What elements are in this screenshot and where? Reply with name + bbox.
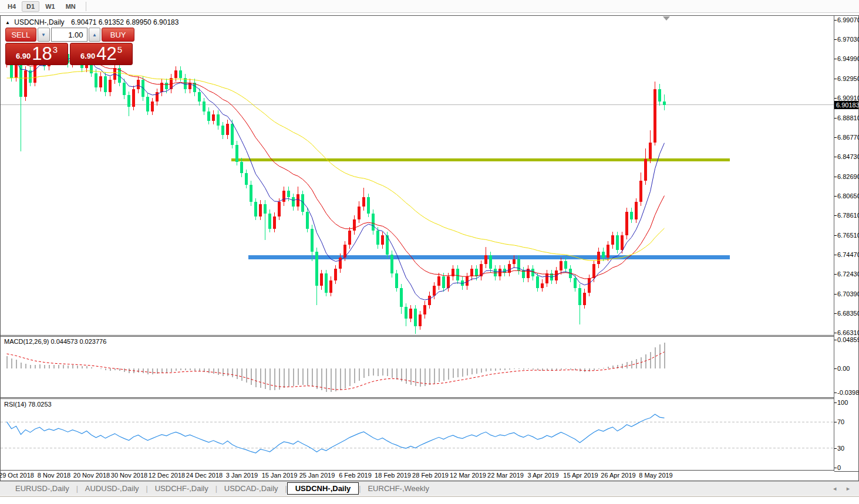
volume-increase-button[interactable]: ▲	[89, 28, 101, 42]
tab-scroll-right-icon[interactable]: ►	[845, 486, 851, 492]
price-axis-label: 6.68350	[837, 310, 859, 317]
price-axis-label: 6.72430	[837, 270, 859, 278]
tab-scroll-left-icon[interactable]: ◄	[832, 486, 837, 492]
timeframe-button-w1[interactable]: W1	[41, 1, 60, 12]
date-axis-label: 15 Jan 2019	[262, 472, 298, 479]
price-axis-label: 0.00	[837, 365, 850, 372]
axis-tick-mark	[834, 340, 837, 340]
chart-window[interactable]: ▲ USDCNH-,Daily 6.90471 6.91352 6.89950 …	[0, 15, 859, 481]
price-axis-label: 6.86770	[837, 134, 859, 141]
chart-title: ▲ USDCNH-,Daily 6.90471 6.91352 6.89950 …	[5, 18, 178, 26]
axis-tick-mark	[834, 393, 837, 393]
date-axis[interactable]: 29 Oct 20188 Nov 201820 Nov 201830 Nov 2…	[1, 471, 834, 481]
price-axis-label: 6.88810	[837, 114, 859, 121]
toolbar-separator	[86, 2, 86, 11]
timeframe-buttons: H4D1W1MN	[2, 1, 81, 12]
axis-tick-mark	[834, 196, 837, 197]
timeframe-button-h4[interactable]: H4	[3, 1, 21, 12]
tab-eurusd[interactable]: EURUSD-,Daily	[8, 483, 76, 494]
macd-indicator-pane[interactable]	[1, 337, 834, 397]
price-axis-label: 6.74470	[837, 251, 859, 258]
date-axis-label: 25 Jan 2019	[299, 472, 335, 479]
axis-tick-mark	[834, 137, 837, 138]
axis-tick-mark	[834, 422, 837, 422]
axis-tick-mark	[834, 235, 837, 236]
axis-tick-mark	[834, 313, 837, 314]
axis-tick-mark	[834, 20, 837, 21]
rsi-label: RSI(14) 78.0253	[4, 401, 52, 408]
macd-label: MACD(12,26,9) 0.044573 0.023776	[4, 338, 106, 345]
date-axis-label: 24 Dec 2018	[186, 472, 223, 479]
axis-tick-mark	[834, 294, 837, 295]
date-axis-label: 30 Nov 2018	[111, 472, 147, 479]
sell-price-pip-digit: 3	[53, 45, 58, 55]
buy-price-prefix: 6.90	[80, 52, 95, 60]
volume-decrease-button[interactable]: ▼	[38, 28, 50, 42]
price-axis-label: 6.76510	[837, 232, 859, 239]
price-axis-label: 6.94990	[837, 55, 859, 62]
sell-price-display[interactable]: 6.90 18 3	[5, 43, 68, 65]
collapse-chart-icon[interactable]: ▲	[5, 20, 10, 25]
price-axis-label: 0	[837, 464, 841, 471]
chart-tab-bar: EURUSD-,Daily|AUDUSD-,Daily|USDCHF-,Dail…	[0, 481, 859, 495]
price-axis-label: 6.99070	[837, 16, 859, 23]
date-axis-label: 18 Feb 2019	[375, 472, 411, 479]
axis-tick-mark	[834, 255, 837, 255]
axis-tick-mark	[834, 368, 837, 369]
axis-tick-mark	[834, 215, 837, 216]
buy-price-display[interactable]: 6.90 42 5	[70, 43, 133, 65]
axis-tick-mark	[834, 157, 837, 157]
chart-symbol-label: USDCNH-,Daily	[14, 18, 64, 26]
tab-usdcad[interactable]: USDCAD-,Daily	[217, 483, 285, 494]
buy-button[interactable]: BUY	[102, 28, 134, 42]
price-axis-label: 0.048594	[837, 336, 859, 343]
chart-tabs: EURUSD-,Daily|AUDUSD-,Daily|USDCHF-,Dail…	[8, 482, 436, 495]
buy-price-big-digits: 42	[96, 45, 116, 63]
date-axis-label: 28 Feb 2019	[412, 472, 449, 479]
price-axis-label: -0.039856	[837, 389, 859, 396]
axis-tick-mark	[834, 468, 837, 468]
rsi-indicator-pane[interactable]	[1, 399, 834, 470]
tab-audusd[interactable]: AUDUSD-,Daily	[78, 483, 146, 494]
tab-scroll-arrows: ◄ ►	[832, 486, 851, 492]
price-axis-label: 6.66310	[837, 329, 859, 336]
date-axis-label: 8 May 2019	[639, 472, 672, 479]
buy-price-pip-digit: 5	[117, 45, 122, 55]
ma-slow-line	[7, 71, 665, 261]
volume-input[interactable]	[51, 28, 87, 42]
chart-shift-marker-icon[interactable]	[663, 16, 670, 21]
price-axis-label: 6.82690	[837, 173, 859, 180]
axis-tick-mark	[834, 448, 837, 449]
axis-tick-mark	[834, 177, 837, 177]
timeframe-toolbar: H4D1W1MN	[0, 0, 859, 13]
price-axis-label: 6.92950	[837, 75, 859, 82]
one-click-trade-panel: SELL ▼ ▲ BUY 6.90 18 3 6.90 42 5	[5, 28, 134, 65]
level-line-resistance-olive	[231, 158, 730, 161]
date-axis-label: 3 Jan 2019	[226, 472, 258, 479]
axis-tick-mark	[834, 402, 837, 403]
date-axis-label: 6 Feb 2019	[339, 472, 372, 479]
sell-price-big-digits: 18	[32, 45, 52, 63]
date-axis-label: 3 Apr 2019	[527, 472, 558, 479]
timeframe-button-d1[interactable]: D1	[22, 1, 39, 12]
axis-tick-mark	[834, 98, 837, 99]
axis-tick-mark	[834, 333, 837, 333]
date-axis-label: 26 Apr 2019	[601, 472, 635, 479]
price-axis-label: 100	[837, 399, 848, 406]
tab-usdchf[interactable]: USDCHF-,Daily	[148, 483, 215, 494]
rsi-line	[7, 414, 665, 453]
price-axis[interactable]: 6.990706.970306.949906.929506.909106.888…	[834, 16, 858, 471]
tab-usdcnh[interactable]: USDCNH-,Daily	[287, 482, 359, 495]
price-axis-label: 6.97030	[837, 36, 859, 43]
tab-eurchf[interactable]: EURCHF-,Weekly	[361, 483, 436, 494]
price-axis-label: 6.78610	[837, 212, 859, 219]
sell-button[interactable]: SELL	[5, 28, 36, 42]
axis-tick-mark	[834, 59, 837, 59]
axis-tick-mark	[834, 79, 837, 79]
timeframe-button-mn[interactable]: MN	[61, 1, 80, 12]
date-axis-label: 8 Nov 2018	[38, 472, 70, 479]
date-axis-label: 12 Mar 2019	[450, 472, 486, 479]
price-axis-label: 6.70390	[837, 290, 859, 297]
date-axis-label: 29 Oct 2018	[0, 472, 34, 479]
date-axis-label: 12 Dec 2018	[149, 472, 185, 479]
